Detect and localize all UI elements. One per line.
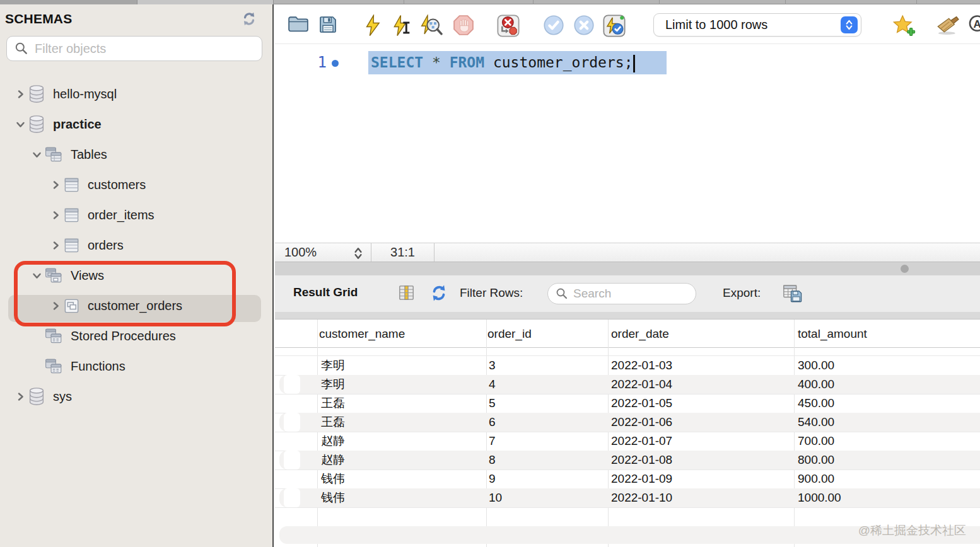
chevron-right-icon[interactable] — [13, 391, 28, 401]
cell-order-id[interactable]: 9 — [489, 469, 496, 488]
column-header-total-amount[interactable]: total_amount — [798, 320, 867, 348]
table-row[interactable]: 李明 4 2022-01-04 400.00 — [275, 375, 980, 394]
cell-total-amount[interactable]: 800.00 — [798, 451, 834, 469]
sidebar-item-customers[interactable]: customers — [0, 170, 272, 200]
table-row[interactable]: 钱伟 10 2022-01-10 1000.00 — [275, 488, 980, 507]
zoom-control[interactable]: 100% — [275, 243, 371, 262]
cell-order-date[interactable]: 2022-01-03 — [611, 356, 672, 375]
zoom-stepper-icon[interactable] — [353, 246, 363, 261]
beautify-broom-icon[interactable] — [936, 14, 961, 36]
sidebar-item-order-items[interactable]: order_items — [0, 200, 272, 230]
row-selector[interactable] — [284, 488, 300, 507]
find-a-icon[interactable]: A — [967, 14, 980, 36]
execute-current-icon[interactable] — [392, 14, 412, 37]
row-selector[interactable] — [284, 375, 300, 394]
cell-total-amount[interactable]: 900.00 — [798, 469, 834, 488]
chevron-down-icon[interactable] — [29, 270, 44, 280]
sql-editor[interactable]: 1 SELECT * FROM customer_orders; — [275, 43, 980, 243]
cell-order-date[interactable]: 2022-01-08 — [611, 451, 672, 469]
cell-order-id[interactable]: 6 — [489, 413, 496, 432]
cell-customer-name[interactable]: 钱伟 — [321, 488, 345, 507]
commit-icon[interactable] — [543, 14, 564, 36]
cell-customer-name[interactable]: 李明 — [321, 375, 345, 394]
autocommit-icon[interactable] — [603, 14, 626, 37]
refresh-schemas-icon[interactable] — [241, 11, 257, 27]
explain-plan-icon[interactable] — [420, 14, 443, 37]
chevron-right-icon[interactable] — [48, 301, 63, 311]
splitter-handle-icon[interactable] — [901, 265, 909, 273]
cell-customer-name[interactable]: 李明 — [321, 356, 345, 375]
cell-total-amount[interactable]: 300.00 — [798, 356, 834, 375]
snippet-star-icon[interactable] — [893, 14, 916, 37]
cell-order-date[interactable]: 2022-01-05 — [611, 394, 672, 413]
cell-order-id[interactable]: 3 — [489, 356, 496, 375]
stop-on-error-icon[interactable] — [497, 14, 520, 37]
sidebar-item-sys[interactable]: sys — [0, 381, 272, 412]
cell-customer-name[interactable]: 钱伟 — [321, 469, 345, 488]
row-selector[interactable] — [284, 413, 300, 432]
chevron-down-icon[interactable] — [29, 149, 44, 159]
row-selector[interactable] — [284, 451, 300, 469]
column-header-order-id[interactable]: order_id — [487, 320, 532, 348]
schema-filter-input[interactable] — [35, 42, 254, 56]
cell-customer-name[interactable]: 赵静 — [321, 432, 345, 451]
cell-total-amount[interactable]: 540.00 — [798, 413, 834, 432]
sql-text[interactable]: SELECT * FROM customer_orders; — [371, 51, 635, 74]
execute-icon[interactable] — [363, 14, 382, 37]
export-icon[interactable] — [783, 284, 803, 303]
table-row[interactable]: 王磊 6 2022-01-06 540.00 — [275, 413, 980, 432]
cell-customer-name[interactable]: 王磊 — [321, 394, 345, 413]
cell-customer-name[interactable]: 赵静 — [321, 451, 345, 469]
table-row[interactable]: 钱伟 9 2022-01-09 900.00 — [275, 469, 980, 488]
cell-total-amount[interactable]: 700.00 — [798, 432, 834, 451]
sql-keyword: SELECT — [371, 54, 423, 71]
cell-order-id[interactable]: 4 — [489, 375, 496, 394]
schemas-title: SCHEMAS — [5, 11, 72, 26]
refresh-grid-icon[interactable] — [429, 284, 448, 302]
table-row[interactable]: 李明 3 2022-01-03 300.00 — [275, 356, 980, 375]
table-row[interactable]: 赵静 8 2022-01-08 800.00 — [275, 451, 980, 469]
limit-rows-dropdown[interactable]: Limit to 1000 rows — [653, 13, 861, 37]
cell-order-id[interactable]: 8 — [489, 451, 496, 469]
cell-total-amount[interactable]: 1000.00 — [798, 488, 841, 507]
line-number: 1 — [308, 51, 327, 74]
filter-rows-input[interactable] — [573, 287, 728, 301]
sidebar-item-views[interactable]: Views — [0, 260, 272, 291]
sidebar-item-practice[interactable]: practice — [0, 109, 272, 139]
grid-columns-icon[interactable] — [398, 284, 415, 301]
chevron-right-icon[interactable] — [48, 180, 63, 190]
cell-order-date[interactable]: 2022-01-09 — [611, 469, 672, 488]
column-header-customer-name[interactable]: customer_name — [319, 320, 405, 348]
sidebar-item-tables[interactable]: Tables — [0, 139, 272, 170]
sidebar-item-functions[interactable]: Functions — [0, 351, 272, 381]
cell-order-date[interactable]: 2022-01-10 — [611, 488, 672, 507]
column-header-order-date[interactable]: order_date — [611, 320, 669, 348]
cell-total-amount[interactable]: 400.00 — [798, 375, 834, 394]
sidebar-item-customer-orders[interactable]: customer_orders — [0, 291, 272, 321]
cell-order-date[interactable]: 2022-01-06 — [611, 413, 672, 432]
save-script-icon[interactable] — [318, 14, 338, 35]
table-row[interactable]: 王磊 5 2022-01-05 450.00 — [275, 394, 980, 413]
chevron-right-icon[interactable] — [48, 240, 63, 250]
cell-order-id[interactable]: 7 — [489, 432, 496, 451]
functions-group-icon — [44, 358, 63, 375]
stop-icon[interactable] — [453, 14, 474, 36]
rollback-icon[interactable] — [573, 14, 595, 36]
open-script-icon[interactable] — [288, 14, 309, 33]
sidebar-item-orders[interactable]: orders — [0, 230, 272, 260]
cell-order-date[interactable]: 2022-01-04 — [611, 375, 672, 394]
chevron-right-icon[interactable] — [48, 210, 63, 220]
sidebar-item-hello-mysql[interactable]: hello-mysql — [0, 79, 272, 109]
tree-label: Tables — [71, 147, 107, 162]
cell-customer-name[interactable]: 王磊 — [321, 413, 345, 432]
pane-splitter[interactable] — [275, 262, 980, 275]
cell-order-id[interactable]: 10 — [489, 488, 502, 507]
chevron-right-icon[interactable] — [13, 89, 28, 99]
sidebar-item-stored-procedures[interactable]: Stored Procedures — [0, 321, 272, 351]
chevron-down-icon[interactable] — [13, 119, 28, 129]
table-row[interactable]: 赵静 7 2022-01-07 700.00 — [275, 432, 980, 451]
sql-line-1[interactable]: 1 SELECT * FROM customer_orders; — [275, 51, 980, 74]
cell-order-date[interactable]: 2022-01-07 — [611, 432, 672, 451]
cell-order-id[interactable]: 5 — [489, 394, 496, 413]
cell-total-amount[interactable]: 450.00 — [798, 394, 834, 413]
